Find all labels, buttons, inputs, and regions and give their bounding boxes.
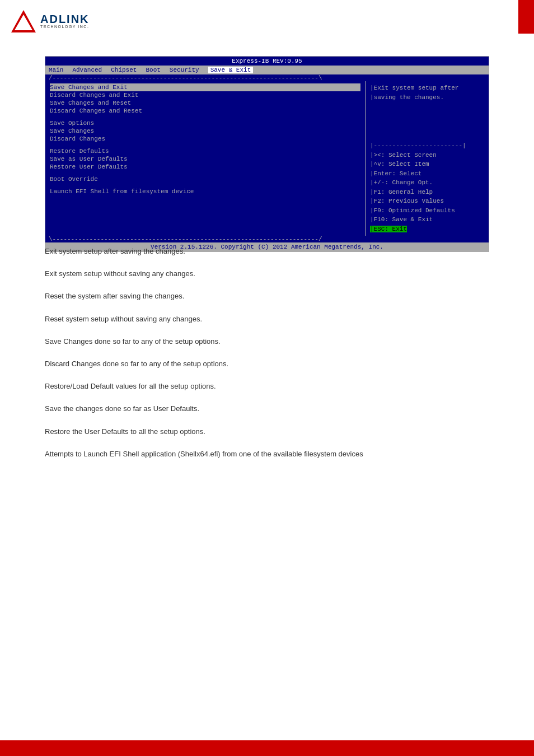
menu-restore-user-defaults[interactable]: Restore User Defaults xyxy=(50,163,360,171)
bios-title: Express-IB REV:0.95 xyxy=(45,57,489,66)
bios-body: Save Changes and Exit Discard Changes an… xyxy=(45,81,489,236)
hint-key9: |ESC: Exit xyxy=(370,225,484,234)
menu-item-main[interactable]: Main xyxy=(49,67,63,73)
menu-save-changes[interactable]: Save Changes xyxy=(50,127,360,135)
bios-top-separator: /---------------------------------------… xyxy=(45,74,489,81)
menu-discard-reset[interactable]: Discard Changes and Reset xyxy=(50,107,360,115)
bios-bot-separator: \---------------------------------------… xyxy=(45,236,489,242)
bios-screen: Express-IB REV:0.95 Main Advanced Chipse… xyxy=(45,56,489,252)
hint-key5: |F1: General Help xyxy=(370,188,484,197)
gap4 xyxy=(50,183,360,188)
bottom-bar: 69 xyxy=(0,740,534,756)
desc-6: Discard Changes done so far to any of th… xyxy=(45,359,489,369)
hint-sep: |------------------------| xyxy=(370,141,484,151)
hint-key1: |><: Select Screen xyxy=(370,151,484,160)
desc-4: Reset system setup without saving any ch… xyxy=(45,314,489,324)
logo-sub-text: TECHNOLOGY INC. xyxy=(40,25,90,29)
gap3 xyxy=(50,171,360,175)
menu-restore-defaults[interactable]: Restore Defaults xyxy=(50,147,360,155)
logo-icon xyxy=(11,10,36,32)
menu-boot-override[interactable]: Boot Override xyxy=(50,175,360,183)
hint-key7: |F9: Optimized Defaults xyxy=(370,206,484,216)
desc-3: Reset the system after saving the change… xyxy=(45,291,489,301)
hint-line2: |saving the changes. xyxy=(370,93,484,102)
descriptions-section: Exit system setup after saving the chang… xyxy=(45,246,489,472)
desc-1: Exit system setup after saving the chang… xyxy=(45,246,489,256)
gap5 xyxy=(50,195,360,199)
menu-save-options[interactable]: Save Options xyxy=(50,119,360,127)
logo-adlink-text: ADLINK xyxy=(40,13,90,25)
menu-save-exit[interactable]: Save Changes and Exit xyxy=(50,83,360,91)
hint-key2: |^v: Select Item xyxy=(370,160,484,169)
gap2 xyxy=(50,143,360,147)
hint-key3: |Enter: Select xyxy=(370,169,484,179)
menu-save-reset[interactable]: Save Changes and Reset xyxy=(50,99,360,107)
desc-7: Restore/Load Default values for all the … xyxy=(45,381,489,391)
menu-item-save-exit[interactable]: Save & Exit xyxy=(208,67,254,73)
logo-text: ADLINK TECHNOLOGY INC. xyxy=(40,13,90,29)
menu-item-advanced[interactable]: Advanced xyxy=(72,67,102,73)
hint-spacer xyxy=(370,102,484,141)
bios-right-panel: |Exit system setup after |saving the cha… xyxy=(366,81,489,236)
bios-left-panel: Save Changes and Exit Discard Changes an… xyxy=(45,81,366,236)
menu-discard-exit[interactable]: Discard Changes and Exit xyxy=(50,91,360,99)
hint-key4: |+/-: Change Opt. xyxy=(370,178,484,188)
menu-save-user-defaults[interactable]: Save as User Defaults xyxy=(50,155,360,163)
desc-9: Restore the User Defaults to all the set… xyxy=(45,427,489,437)
desc-10: Attempts to Launch EFI Shell application… xyxy=(45,449,489,459)
hint-key8: |F10: Save & Exit xyxy=(370,215,484,225)
hint-line1: |Exit system setup after xyxy=(370,83,484,93)
menu-launch-efi[interactable]: Launch EFI Shell from filesystem device xyxy=(50,188,360,195)
bios-menu-bar[interactable]: Main Advanced Chipset Boot Security Save… xyxy=(45,66,489,74)
desc-8: Save the changes done so far as User Def… xyxy=(45,404,489,414)
corner-accent xyxy=(518,0,534,34)
logo-area: ADLINK TECHNOLOGY INC. xyxy=(11,10,90,32)
desc-5: Save Changes done so far to any of the s… xyxy=(45,337,489,347)
desc-2: Exit system setup without saving any cha… xyxy=(45,269,489,279)
page-number: 69 xyxy=(510,729,517,736)
menu-item-security[interactable]: Security xyxy=(170,67,199,73)
hint-key6: |F2: Previous Values xyxy=(370,197,484,206)
menu-item-boot[interactable]: Boot xyxy=(146,67,160,73)
menu-discard-changes[interactable]: Discard Changes xyxy=(50,135,360,143)
gap1 xyxy=(50,115,360,119)
menu-item-chipset[interactable]: Chipset xyxy=(111,67,137,73)
